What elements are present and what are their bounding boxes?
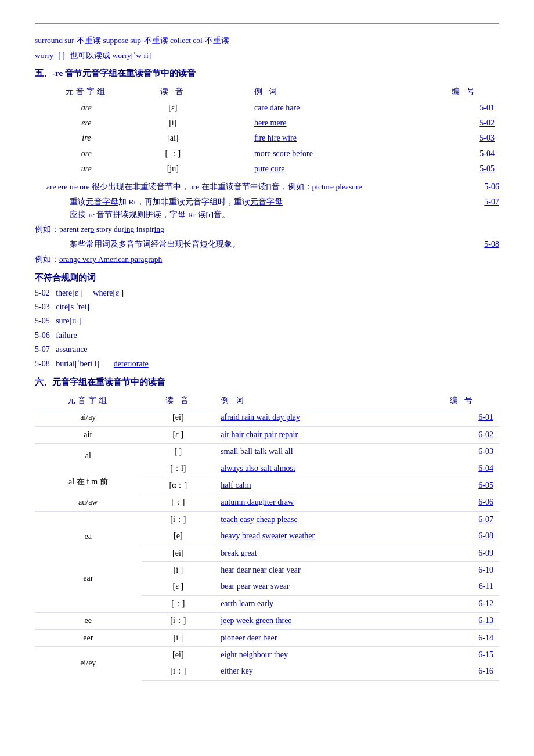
irregular-item: 5-08 burial[ˈberi l] deteriorate bbox=[35, 358, 499, 370]
irregular-item: 5-07 assurance bbox=[35, 343, 499, 356]
section5-table: 元音字组 读 音 例 词 编 号 are [ε] care dare hare … bbox=[35, 84, 499, 177]
col-phonetic: 读 音 bbox=[138, 84, 208, 100]
table-row: air [ε ] air hair chair pair repair 6-02 bbox=[35, 426, 499, 443]
col-phonetic-header: 读 音 bbox=[142, 393, 215, 409]
note5-06: are ere ire ore 很少出现在非重读音节中，ure 在非重读音节中读… bbox=[35, 181, 499, 193]
irregular-title: 不符合规则的词 bbox=[35, 271, 499, 285]
note5-07: 重读元音字母加 Rr，再加非重读元音字组时，重读元音字母 应按-re 音节拼读规… bbox=[35, 196, 499, 221]
section5-title: 五、-re 音节元音字组在重读音节中的读音 bbox=[35, 66, 499, 80]
note5-07-example: 例如：parent zero story during inspiring bbox=[35, 223, 499, 236]
table-row: ear [i ] hear dear near clear year 6-10 bbox=[35, 561, 499, 578]
col-code: 编 号 bbox=[430, 84, 499, 100]
intro-line1: surround sur-不重读 suppose sup-不重读 collect… bbox=[35, 34, 499, 47]
table-header-row: 元音字组 读 音 例 词 编 号 bbox=[35, 393, 499, 409]
table-row: au/aw [：] autumn daughter draw 6-06 bbox=[35, 494, 499, 511]
col-examples: 例 词 bbox=[208, 84, 430, 100]
table-row: ire [ai] fire hire wire 5-03 bbox=[35, 131, 499, 146]
irregular-item: 5-06 failure bbox=[35, 329, 499, 342]
col-examples-header: 例 词 bbox=[215, 393, 425, 409]
section6-table: 元音字组 读 音 例 词 编 号 ai/ay [ei] afraid rain … bbox=[35, 393, 499, 681]
irregular-item: 5-05 sure[u ] bbox=[35, 315, 499, 327]
section6-title: 六、元音字组在重读音节中的读音 bbox=[35, 375, 499, 389]
table-row: are [ε] care dare hare 5-01 bbox=[35, 100, 499, 116]
table-row: ai/ay [ei] afraid rain wait day play 6-0… bbox=[35, 409, 499, 426]
note5-08-example: 例如：orange very American paragraph bbox=[35, 253, 499, 266]
table-row: ore [ ：] more score before 5-04 bbox=[35, 146, 499, 161]
table-row: ere [i] here mere 5-02 bbox=[35, 116, 499, 131]
table-row: ee [i：] jeep week green three 6-13 bbox=[35, 613, 499, 629]
irregular-section: 不符合规则的词 5-02 there[ε ] where[ε ] 5-03 ci… bbox=[35, 271, 499, 370]
col-vowel-header: 元音字组 bbox=[35, 393, 142, 409]
col-vowel: 元音字组 bbox=[35, 84, 138, 100]
table-row: ure [ju] pure cure 5-05 bbox=[35, 161, 499, 177]
col-code-header: 编 号 bbox=[425, 393, 499, 409]
table-row: alal 在 f m 前 [ ] small ball talk wall al… bbox=[35, 444, 499, 460]
table-row: [：] earth learn early 6-12 bbox=[35, 595, 499, 612]
table-row: eer [i ] pioneer deer beer 6-14 bbox=[35, 629, 499, 646]
intro-line2: worry［］也可以读成 worry[ˈw ri] bbox=[35, 49, 499, 62]
irregular-item: 5-03 cire[s ˈrei] bbox=[35, 301, 499, 314]
table-row: ei/ey [ei] eight neighbour they 6-15 bbox=[35, 646, 499, 663]
top-border bbox=[35, 23, 499, 24]
irregular-item: 5-02 there[ε ] where[ε ] bbox=[35, 287, 499, 300]
table-row: ea [i：] teach easy cheap please 6-07 bbox=[35, 511, 499, 528]
note5-08: 某些常用词及多音节词经常出现长音短化现象。 5-08 bbox=[35, 238, 499, 251]
